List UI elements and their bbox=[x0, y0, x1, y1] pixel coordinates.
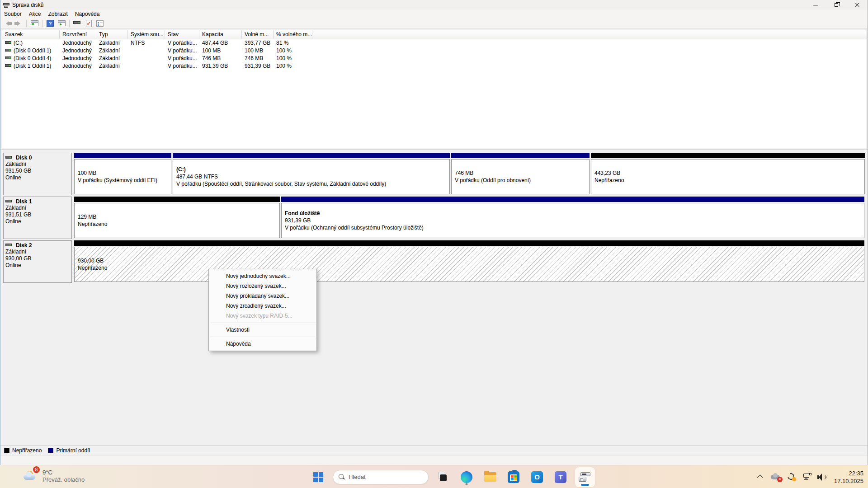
fs-cell bbox=[128, 47, 165, 55]
restore-button[interactable] bbox=[826, 0, 847, 10]
menu-item-new-simple-volume[interactable]: Nový jednoduchý svazek... bbox=[209, 271, 316, 281]
weather-widget[interactable]: 8 9°C Převáž. oblačno bbox=[24, 468, 85, 484]
menu-zobrazit[interactable]: Zobrazit bbox=[44, 10, 71, 18]
notification-badge: 8 bbox=[33, 466, 40, 473]
disk-size: 930,00 GB bbox=[5, 255, 70, 262]
task-view-button[interactable] bbox=[434, 468, 452, 486]
column-header-procento-volneho[interactable]: % volného m... bbox=[274, 30, 312, 39]
partition-unallocated-disk1[interactable]: 129 MB Nepřiřazeno bbox=[74, 197, 280, 239]
volume-icon bbox=[5, 49, 12, 53]
partition-color-bar bbox=[173, 153, 450, 158]
column-header-stav[interactable]: Stav bbox=[165, 30, 199, 39]
free-cell: 931,39 GB bbox=[242, 62, 274, 70]
menu-napoveda[interactable]: Nápověda bbox=[71, 10, 104, 18]
taskbar-search[interactable] bbox=[333, 470, 429, 484]
refresh-disks-button[interactable] bbox=[72, 19, 82, 28]
edge-icon bbox=[461, 471, 472, 483]
disk-0-label[interactable]: Disk 0 Základní 931,50 GB Online bbox=[3, 153, 72, 195]
type-cell: Základní bbox=[96, 55, 128, 62]
refresh-disks-icon bbox=[73, 21, 81, 26]
type-cell: Základní bbox=[96, 39, 128, 47]
legend-unallocated-swatch bbox=[4, 448, 9, 453]
volume-tray-button[interactable] bbox=[817, 472, 828, 483]
menu-item-new-mirrored-volume[interactable]: Nový zrcadlený svazek... bbox=[209, 301, 316, 311]
microsoft-store-icon bbox=[508, 471, 519, 483]
column-header-kapacita[interactable]: Kapacita bbox=[199, 30, 242, 39]
type-cell: Základní bbox=[96, 47, 128, 55]
menu-separator bbox=[210, 337, 315, 337]
hidden-icons-button[interactable] bbox=[755, 472, 766, 483]
legend-unallocated: Nepřiřazeno bbox=[4, 447, 42, 454]
column-header-typ[interactable]: Typ bbox=[96, 30, 128, 39]
volume-row-disk1-oddil1[interactable]: (Disk 1 Oddíl 1) Jednoduchý Základní V p… bbox=[2, 62, 867, 70]
outlook-button[interactable]: O bbox=[528, 468, 546, 486]
update-sync-tray-button[interactable] bbox=[786, 472, 797, 483]
close-button[interactable] bbox=[847, 0, 868, 10]
column-header-svazek[interactable]: Svazek bbox=[2, 30, 60, 39]
window-bottom-strip bbox=[0, 455, 868, 465]
partition-storage-pool[interactable]: Fond úložiště 931,39 GB V pořádku (Ochra… bbox=[281, 197, 864, 239]
disk-2-label[interactable]: Disk 2 Základní 930,00 GB Online bbox=[3, 240, 72, 283]
disk-size: 931,50 GB bbox=[5, 168, 70, 174]
menu-item-help[interactable]: Nápověda bbox=[209, 339, 316, 349]
microsoft-store-button[interactable] bbox=[505, 468, 523, 486]
disk-2-row: Disk 2 Základní 930,00 GB Online 930,00 … bbox=[0, 240, 868, 283]
minimize-button[interactable] bbox=[805, 0, 826, 10]
menu-item-properties[interactable]: Vlastnosti bbox=[209, 325, 316, 335]
file-explorer-button[interactable] bbox=[481, 468, 499, 486]
window-title: Správa disků bbox=[12, 2, 43, 8]
show-action-pane-button[interactable] bbox=[57, 19, 66, 28]
free-pct-cell: 100 % bbox=[274, 55, 312, 62]
check-disk-icon bbox=[86, 20, 92, 27]
partition-recovery[interactable]: 746 MB V pořádku (Oddíl pro obnovení) bbox=[451, 153, 590, 195]
windows-logo-icon bbox=[313, 472, 323, 482]
column-header-system-souboru[interactable]: Systém sou... bbox=[128, 30, 165, 39]
menu-akce[interactable]: Akce bbox=[25, 10, 45, 18]
start-button[interactable] bbox=[309, 468, 327, 486]
legend-primary-label: Primární oddíl bbox=[56, 447, 90, 454]
disk-icon bbox=[5, 200, 12, 204]
free-pct-cell: 81 % bbox=[274, 39, 312, 47]
partition-unallocated-disk0[interactable]: 443,23 GB Nepřiřazeno bbox=[591, 153, 865, 195]
clock-date: 17.10.2025 bbox=[834, 477, 863, 485]
menu-soubor[interactable]: Soubor bbox=[0, 10, 25, 18]
disk-1-label[interactable]: Disk 1 Základní 931,51 GB Online bbox=[3, 197, 72, 239]
pane-splitter[interactable] bbox=[0, 149, 868, 153]
back-button[interactable] bbox=[2, 19, 12, 28]
volume-row-disk0-oddil1[interactable]: (Disk 0 Oddíl 1) Jednoduchý Základní V p… bbox=[2, 47, 867, 55]
capacity-cell: 746 MB bbox=[199, 55, 242, 62]
partition-c[interactable]: (C:) 487,44 GB NTFS V pořádku (Spouštěcí… bbox=[173, 153, 450, 195]
show-console-tree-button[interactable] bbox=[29, 19, 39, 28]
volume-row-c[interactable]: (C:) Jednoduchý Základní NTFS V pořádku.… bbox=[2, 39, 867, 47]
disk-management-taskbar-button[interactable] bbox=[575, 467, 595, 487]
menu-item-new-spanned-volume[interactable]: Nový rozložený svazek... bbox=[209, 281, 316, 291]
network-ethernet-icon bbox=[802, 473, 811, 481]
speaker-icon bbox=[817, 473, 827, 481]
volume-name-cell: (Disk 1 Oddíl 1) bbox=[2, 62, 60, 70]
partition-efi[interactable]: 100 MB V pořádku (Systémový oddíl EFI) bbox=[74, 153, 171, 195]
forward-button[interactable] bbox=[14, 19, 24, 28]
teams-button[interactable]: T bbox=[552, 468, 570, 486]
toolbar-separator bbox=[69, 20, 70, 27]
taskbar-center: O T bbox=[309, 465, 595, 488]
volume-row-disk0-oddil4[interactable]: (Disk 0 Oddíl 4) Jednoduchý Základní V p… bbox=[2, 55, 867, 62]
status-cell: V pořádku... bbox=[165, 55, 199, 62]
help-button[interactable]: ? bbox=[45, 19, 55, 28]
column-header-rozvrzeni[interactable]: Rozvržení bbox=[60, 30, 96, 39]
graphical-view: Disk 0 Základní 931,50 GB Online 100 MB … bbox=[0, 153, 868, 284]
status-cell: V pořádku... bbox=[165, 39, 199, 47]
network-tray-button[interactable] bbox=[802, 472, 812, 483]
onedrive-tray-button[interactable]: ✕ bbox=[771, 472, 782, 483]
search-input[interactable] bbox=[349, 474, 416, 480]
menu-item-new-striped-volume[interactable]: Nový prokládaný svazek... bbox=[209, 291, 316, 301]
properties-button[interactable] bbox=[95, 19, 105, 28]
disk-type: Základní bbox=[5, 161, 70, 168]
sync-pending-icon bbox=[787, 473, 796, 482]
edge-button[interactable] bbox=[458, 468, 476, 486]
check-disk-button[interactable] bbox=[84, 19, 94, 28]
partition-unallocated-disk2-selected[interactable]: 930,00 GB Nepřiřazeno bbox=[74, 240, 864, 283]
taskbar-clock[interactable]: 22:35 17.10.2025 bbox=[834, 469, 863, 485]
layout-cell: Jednoduchý bbox=[60, 55, 96, 62]
column-header-volne-misto[interactable]: Volné m... bbox=[242, 30, 274, 39]
titlebar[interactable]: Správa disků bbox=[0, 0, 868, 10]
